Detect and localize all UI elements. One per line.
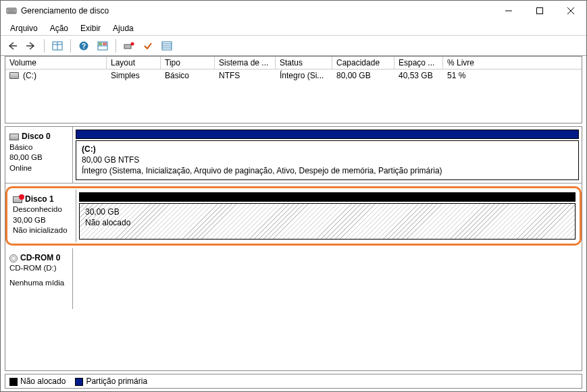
cell-fs: NTFS (215, 69, 276, 82)
cell-cap: 80,00 GB (332, 69, 394, 82)
disk1-unallocated[interactable]: 30,00 GB Não alocado (79, 203, 576, 240)
close-button[interactable] (555, 1, 586, 21)
view-graphical-button[interactable] (95, 38, 110, 53)
disk1-state: Não inicializado (13, 225, 72, 236)
content-area: Volume Layout Tipo Sistema de ... Status… (1, 56, 586, 391)
legend-swatch-black (9, 378, 18, 386)
disk-management-window: Gerenciamento de disco Arquivo Ação Exib… (0, 0, 587, 392)
graphical-view[interactable]: Disco 0 Básico 80,00 GB Online document.… (5, 126, 582, 371)
menu-arquivo[interactable]: Arquivo (5, 22, 43, 34)
svg-rect-17 (103, 43, 107, 45)
disk1-part-line1: 30,00 GB (85, 207, 120, 217)
back-button[interactable] (5, 38, 20, 53)
svg-rect-16 (99, 43, 102, 45)
disk1-part-bar (79, 192, 576, 202)
menu-ajuda[interactable]: Ajuda (107, 22, 139, 34)
menubar: Arquivo Ação Exibir Ajuda (1, 21, 586, 36)
svg-point-19 (131, 42, 134, 45)
menu-acao[interactable]: Ação (45, 22, 74, 34)
toolbar: ? (1, 36, 586, 56)
checkmark-icon[interactable] (141, 38, 155, 53)
legend-unallocated: Não alocado (9, 376, 66, 386)
window-controls (493, 1, 586, 21)
disk0-partitions: document.currentScript.previousElementSi… (73, 127, 582, 183)
cell-tipo: Básico (161, 69, 215, 82)
cdrom-state: Nenhuma mídia (9, 278, 68, 289)
cdrom-row[interactable]: CD-ROM 0 CD-ROM (D:) Nenhuma mídia (5, 248, 582, 309)
minimize-button[interactable] (493, 1, 524, 21)
disk0-part-line2: 80,00 GB NTFS (82, 155, 139, 165)
cdrom-type: CD-ROM (D:) (9, 263, 68, 274)
volume-name: (C:) (23, 71, 36, 80)
disk1-row[interactable]: Disco 1 Desconhecido 30,00 GB Não inicia… (9, 190, 578, 242)
col-status[interactable]: Status (276, 57, 332, 69)
help-button[interactable]: ? (76, 38, 91, 53)
disk1-info: Disco 1 Desconhecido 30,00 GB Não inicia… (9, 190, 76, 242)
volume-list-header: Volume Layout Tipo Sistema de ... Status… (5, 57, 582, 69)
disk0-type: Básico (9, 142, 68, 153)
col-capacidade[interactable]: Capacidade (332, 57, 394, 69)
titlebar[interactable]: Gerenciamento de disco (1, 1, 586, 21)
toolbar-separator (116, 39, 116, 53)
forward-button[interactable] (24, 38, 39, 53)
disk1-part-line2: Não alocado (85, 218, 130, 227)
toolbar-separator (44, 39, 45, 53)
disk0-part-bar (76, 130, 579, 139)
disk1-type: Desconhecido (13, 204, 72, 215)
disk-error-icon (13, 196, 22, 203)
disk0-state: Online (9, 163, 68, 174)
disk1-partitions: 30,00 GB Não alocado (76, 190, 578, 242)
toolbar-separator (70, 39, 71, 53)
menu-exibir[interactable]: Exibir (75, 22, 106, 34)
col-layout[interactable]: Layout (107, 57, 161, 69)
disk0-size: 80,00 GB (9, 152, 68, 163)
disk1-size: 30,00 GB (13, 215, 72, 226)
cell-volume: (C:) (5, 69, 107, 82)
legend: Não alocado Partição primária (5, 374, 582, 389)
svg-rect-1 (8, 9, 15, 11)
cell-layout: Simples (107, 69, 161, 82)
svg-text:?: ? (82, 43, 86, 50)
cdrom-info: CD-ROM 0 CD-ROM (D:) Nenhuma mídia (5, 248, 73, 309)
cd-icon (9, 254, 18, 262)
maximize-button[interactable] (524, 1, 555, 21)
disk0-row[interactable]: Disco 0 Básico 80,00 GB Online document.… (5, 127, 582, 184)
drive-icon (9, 72, 19, 79)
svg-rect-0 (7, 8, 16, 13)
col-volume[interactable]: Volume (5, 57, 107, 69)
col-tipo[interactable]: Tipo (161, 57, 215, 69)
action-button[interactable] (122, 38, 136, 53)
volume-list[interactable]: Volume Layout Tipo Sistema de ... Status… (5, 56, 582, 123)
svg-rect-18 (124, 45, 131, 49)
col-sistema[interactable]: Sistema de ... (215, 57, 276, 69)
cell-status: Íntegro (Si... (276, 69, 332, 82)
disk1-highlight: Disco 1 Desconhecido 30,00 GB Não inicia… (5, 186, 582, 246)
svg-rect-2 (8, 11, 15, 13)
cell-pct: 51 % (443, 69, 582, 82)
cell-free: 40,53 GB (394, 69, 443, 82)
cdrom-title: CD-ROM 0 (20, 253, 60, 262)
disk0-partition-c[interactable]: (C:) 80,00 GB NTFS Íntegro (Sistema, Ini… (76, 140, 579, 180)
disk0-part-line3: Íntegro (Sistema, Inicialização, Arquivo… (82, 166, 442, 175)
window-title: Gerenciamento de disco (21, 6, 493, 16)
legend-swatch-blue (75, 378, 83, 386)
disk1-title: Disco 1 (25, 194, 54, 204)
disk0-title: Disco 0 (22, 132, 51, 141)
col-espaco[interactable]: Espaço ... (394, 57, 443, 69)
disk0-info: Disco 0 Básico 80,00 GB Online (5, 127, 73, 183)
view-list-button[interactable] (50, 38, 65, 53)
disk-icon (9, 134, 19, 140)
col-livre[interactable]: % Livre (443, 57, 582, 69)
svg-rect-4 (537, 8, 543, 14)
settings-view-button[interactable] (159, 38, 174, 53)
legend-primary: Partição primária (75, 376, 147, 386)
disk0-part-label: (C:) (82, 144, 96, 154)
cdrom-partitions (73, 248, 582, 309)
app-icon (6, 5, 17, 16)
volume-row[interactable]: (C:) Simples Básico NTFS Íntegro (Si... … (5, 69, 582, 82)
